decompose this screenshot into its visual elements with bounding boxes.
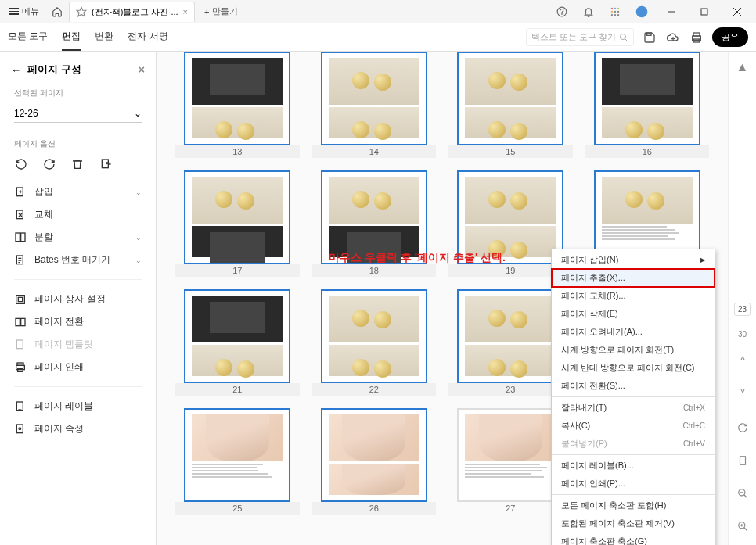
sidebar-item-split[interactable]: 분할 ⌄ (0, 226, 156, 249)
page-thumbnail[interactable]: 25 (175, 408, 300, 515)
plus-icon: + (204, 7, 209, 16)
sidebar-item-label[interactable]: 페이지 레이블 (0, 395, 156, 418)
rotate-cw-icon[interactable] (42, 157, 56, 171)
svg-point-4 (614, 7, 616, 9)
page-thumbnail[interactable]: 16 (585, 52, 710, 158)
sidebar-item-properties[interactable]: 페이지 속성 (0, 418, 156, 440)
menu-button[interactable]: 메뉴 (3, 2, 45, 20)
svg-point-2 (562, 13, 563, 14)
ctx-extract[interactable]: 페이지 추출(X)... (552, 269, 715, 287)
apps-icon[interactable] (603, 2, 628, 22)
ctx-embed-all[interactable]: 모든 페이지 축소판 포함(H) (552, 497, 715, 515)
ctx-copy[interactable]: 복사(C)Ctrl+C (552, 417, 715, 435)
separator (552, 494, 715, 495)
sidebar-header: ← 페이지 구성 × (0, 59, 156, 84)
sidebar-item-label: 페이지 속성 (34, 422, 84, 436)
svg-point-8 (617, 10, 619, 12)
split-page-icon (14, 231, 27, 244)
share-button[interactable]: 공유 (712, 27, 748, 47)
new-tab-button[interactable]: + 만들기 (196, 2, 246, 20)
print-icon[interactable] (689, 30, 704, 45)
ctx-transition[interactable]: 페이지 전환(S)... (552, 377, 715, 395)
menu-label: 메뉴 (22, 5, 39, 17)
sidebar-close-icon[interactable]: × (139, 63, 145, 76)
page-options-label: 페이지 옵션 (0, 131, 156, 152)
sidebar-item-box[interactable]: 페이지 상자 설정 (0, 288, 156, 310)
page-box-icon (14, 293, 27, 306)
ctx-insert[interactable]: 페이지 삽입(N)▶ (552, 251, 715, 269)
tab-all-tools[interactable]: 모든 도구 (8, 23, 48, 51)
chevron-right-icon: ⌄ (135, 188, 142, 196)
bell-icon[interactable] (576, 2, 601, 22)
page-thumbnail[interactable]: 14 (312, 52, 437, 158)
ctx-rotate-cw[interactable]: 시계 방향으로 페이지 회전(T) (552, 341, 715, 359)
page-range-select[interactable]: 12-26 ⌄ (14, 105, 142, 123)
ctx-replace[interactable]: 페이지 교체(R)... (552, 287, 715, 305)
current-page-badge[interactable]: 23 (734, 303, 751, 316)
svg-rect-30 (18, 297, 22, 301)
titlebar: 메뉴 (전자책)블로그 사진 ... × + 만들기 (0, 0, 756, 23)
extract-icon[interactable] (99, 157, 113, 171)
ctx-print[interactable]: 페이지 인쇄(P)... (552, 475, 715, 493)
home-button[interactable] (47, 3, 67, 20)
ctx-remove-embed[interactable]: 포함된 페이지 축소판 제거(V) (552, 515, 715, 532)
page-props-icon (14, 423, 27, 436)
sidebar-item-replace[interactable]: 교체 (0, 203, 156, 226)
svg-point-17 (621, 34, 626, 39)
delete-icon[interactable] (70, 157, 85, 171)
help-icon[interactable] (549, 2, 574, 22)
ctx-rotate-ccw[interactable]: 시계 반대 방향으로 페이지 회전(C) (552, 359, 715, 377)
zoom-in-icon[interactable] (733, 517, 752, 536)
sidebar-item-label: Bates 번호 매기기 (34, 253, 110, 267)
window-minimize[interactable] (656, 0, 687, 23)
page-thumbnail[interactable]: 15 (448, 52, 573, 158)
cloud-icon[interactable] (665, 30, 681, 45)
ctx-labels[interactable]: 페이지 레이블(B)... (552, 457, 715, 475)
sidebar-item-label: 페이지 전환 (34, 315, 84, 328)
tab-edit[interactable]: 편집 (62, 23, 81, 51)
zoom-out-icon[interactable] (733, 484, 752, 503)
rotate-ccw-icon[interactable] (14, 157, 28, 171)
ctx-cut[interactable]: 잘라내기(T)Ctrl+X (552, 399, 715, 417)
window-close[interactable] (722, 0, 753, 23)
sidebar-item-bates[interactable]: Bates 번호 매기기 ⌄ (0, 249, 156, 271)
titlebar-left: 메뉴 (전자책)블로그 사진 ... × + 만들기 (0, 2, 249, 22)
sidebar-item-label: 분할 (34, 231, 53, 244)
page-number: 18 (312, 264, 437, 277)
document-tab[interactable]: (전자책)블로그 사진 ... × (69, 2, 195, 22)
page-number: 14 (312, 145, 437, 158)
svg-rect-31 (16, 318, 20, 325)
page-thumbnail[interactable]: 22 (312, 289, 437, 396)
page-down-icon[interactable]: ˅ (733, 385, 752, 404)
window-maximize[interactable] (689, 0, 720, 23)
back-icon[interactable]: ← (11, 64, 21, 76)
page-thumbnail[interactable]: 21 (175, 289, 300, 396)
page-thumbnail[interactable]: 17 (175, 170, 300, 277)
ctx-thumb-small[interactable]: 페이지 축소판 축소(G) (552, 532, 715, 545)
search-box[interactable]: 텍스트 또는 도구 찾기 (526, 28, 634, 46)
save-icon[interactable] (642, 30, 657, 45)
ctx-delete[interactable]: 페이지 삭제(E) (552, 305, 715, 323)
chevron-right-icon: ⌄ (135, 256, 142, 264)
tab-convert[interactable]: 변환 (95, 23, 113, 51)
page-up-icon[interactable]: ˄ (733, 353, 752, 371)
tab-sign[interactable]: 전자 서명 (128, 23, 167, 51)
sidebar-item-insert[interactable]: 삽입 ⌄ (0, 181, 156, 203)
ctx-crop[interactable]: 페이지 오려내기(A)... (552, 323, 715, 341)
tab-close-icon[interactable]: × (183, 7, 188, 16)
scroll-up-icon[interactable]: ▲ (733, 58, 752, 77)
page-view-icon[interactable] (733, 451, 752, 470)
sidebar-item-print[interactable]: 페이지 인쇄 (0, 356, 156, 378)
profile-icon[interactable] (629, 2, 654, 22)
page-number: 25 (175, 502, 300, 515)
ctx-paste: 붙여넣기(P)Ctrl+V (552, 435, 715, 453)
page-thumbnail[interactable]: 26 (312, 408, 437, 515)
home-icon (52, 6, 63, 17)
new-tab-label: 만들기 (212, 5, 238, 17)
sidebar-item-label: 페이지 레이블 (34, 400, 93, 413)
print-page-icon (14, 361, 27, 374)
refresh-icon[interactable] (733, 418, 752, 437)
page-thumbnail[interactable]: 13 (175, 52, 300, 158)
sidebar-item-transition[interactable]: 페이지 전환 (0, 310, 156, 333)
page-number: 22 (312, 383, 437, 396)
